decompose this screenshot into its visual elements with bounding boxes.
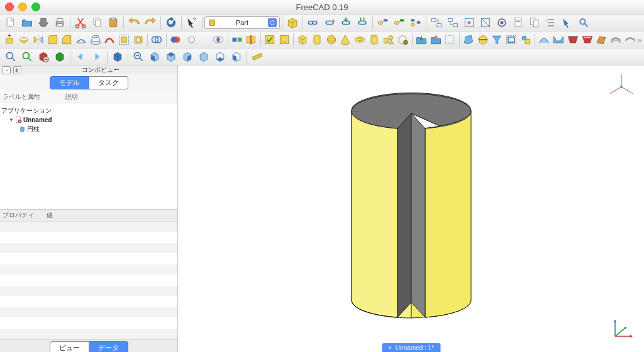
primitive-sphere-button[interactable]: [325, 33, 338, 47]
primitive-cone-button[interactable]: [339, 33, 352, 47]
make-face-button[interactable]: [462, 33, 475, 47]
primitive-cube-button[interactable]: [296, 33, 309, 47]
select-linked-button[interactable]: [375, 16, 391, 30]
navigation-cube[interactable]: [606, 72, 636, 102]
close-icon[interactable]: ×: [388, 344, 392, 351]
boolean-compound-button[interactable]: [150, 33, 164, 47]
check-geometry-button[interactable]: [264, 33, 277, 47]
save-button[interactable]: [36, 16, 51, 30]
zoom-selection-button[interactable]: [19, 50, 35, 64]
surface6-button[interactable]: [609, 33, 623, 47]
offset3d-button[interactable]: [118, 33, 131, 47]
close-window-button[interactable]: [5, 3, 14, 11]
panel-undock-button[interactable]: ◧: [13, 66, 21, 74]
disclosure-icon[interactable]: ▼: [9, 117, 14, 123]
new-document-button[interactable]: [3, 16, 18, 30]
loft-button[interactable]: [89, 33, 102, 47]
cylinder-model[interactable]: [330, 77, 493, 341]
tab-data-props[interactable]: データ: [89, 341, 128, 352]
export-button[interactable]: [429, 33, 442, 47]
tab-tasks[interactable]: タスク: [89, 76, 128, 89]
isometric-view-button[interactable]: [110, 50, 125, 64]
maximize-window-button[interactable]: [31, 3, 40, 11]
attachment-button[interactable]: [519, 33, 532, 47]
boolean-union-button[interactable]: [197, 33, 211, 47]
paste-button[interactable]: [106, 16, 121, 30]
3d-viewport[interactable]: × Unnamed : 1*: [178, 65, 644, 352]
import-button[interactable]: [415, 33, 428, 47]
extrude-button[interactable]: [3, 33, 16, 47]
primitive-torus-button[interactable]: [353, 33, 367, 47]
link-import-all-button[interactable]: [355, 16, 370, 30]
boolean-generic-button[interactable]: [169, 33, 182, 47]
cross-sections-button[interactable]: [476, 33, 489, 47]
tree-document[interactable]: ▼ Unnamed: [1, 116, 176, 124]
document-tab[interactable]: × Unnamed : 1*: [382, 343, 440, 352]
toolbar-overflow-button[interactable]: »: [637, 35, 641, 45]
print-button[interactable]: [52, 16, 67, 30]
tree-item-cylinder[interactable]: 円柱: [1, 124, 176, 134]
link-import-button[interactable]: [338, 16, 353, 30]
zoom-fit-button[interactable]: [3, 50, 18, 64]
view-front-button[interactable]: [147, 50, 162, 64]
shape-builder-button[interactable]: [396, 33, 409, 47]
tree-drag-button[interactable]: [560, 16, 575, 30]
link-actions-button[interactable]: [322, 16, 337, 30]
tree-sync-view-button[interactable]: [429, 16, 444, 30]
surface1-button[interactable]: [538, 33, 551, 47]
view-bottom-button[interactable]: [213, 50, 228, 64]
open-button[interactable]: [19, 16, 35, 30]
select-link-final-button[interactable]: [392, 16, 407, 30]
join-connect-button[interactable]: [230, 33, 243, 47]
whats-this-button[interactable]: ?: [184, 16, 199, 30]
cut-button[interactable]: [73, 16, 88, 30]
tab-model[interactable]: モデル: [50, 76, 89, 89]
model-tree[interactable]: アプリケーション ▼ Unnamed 円柱: [0, 103, 177, 209]
bounding-box-button[interactable]: [52, 50, 67, 64]
revolve-button[interactable]: [18, 33, 31, 47]
tab-view-props[interactable]: ビュー: [50, 341, 89, 352]
make-link-button[interactable]: [306, 16, 321, 30]
nav-back-button[interactable]: [73, 50, 88, 64]
workbench-selector[interactable]: Part: [204, 16, 280, 29]
measure-linear-button[interactable]: [250, 50, 265, 64]
tree-sync-selection-button[interactable]: [445, 16, 460, 30]
refresh-button[interactable]: [164, 16, 179, 30]
tree-preselection-button[interactable]: [478, 16, 493, 30]
surface5-button[interactable]: [595, 33, 608, 47]
surface2-button[interactable]: [552, 33, 565, 47]
view-rear-button[interactable]: [196, 50, 211, 64]
draw-style-button[interactable]: [36, 50, 51, 64]
view-top-button[interactable]: [164, 50, 179, 64]
mirror-button[interactable]: [31, 33, 45, 47]
tree-root[interactable]: アプリケーション: [1, 106, 176, 116]
offset2d-button[interactable]: [505, 33, 518, 47]
chamfer-button[interactable]: [60, 33, 74, 47]
sweep-button[interactable]: [103, 33, 116, 47]
primitives-dialog-button[interactable]: [382, 33, 395, 47]
compound-filter-button[interactable]: [491, 33, 504, 47]
ruled-surface-button[interactable]: [75, 33, 88, 47]
redo-button[interactable]: [143, 16, 158, 30]
tree-sync-placement-button[interactable]: [462, 16, 477, 30]
surface3-button[interactable]: [566, 33, 579, 47]
copy-button[interactable]: [89, 16, 104, 30]
zoom-in-out-button[interactable]: [131, 50, 146, 64]
split-button[interactable]: [245, 33, 258, 47]
nav-forward-button[interactable]: [89, 50, 104, 64]
tree-single-doc-button[interactable]: [511, 16, 526, 30]
part-box-button[interactable]: [285, 16, 300, 30]
view-right-button[interactable]: [180, 50, 195, 64]
surface4-button[interactable]: [580, 33, 594, 47]
tree-multi-doc-button[interactable]: [527, 16, 542, 30]
boolean-intersection-button[interactable]: [212, 33, 225, 47]
box-selection-button[interactable]: [443, 33, 457, 47]
panel-close-button[interactable]: ×: [3, 66, 11, 74]
minimize-window-button[interactable]: [18, 3, 27, 11]
property-table[interactable]: [0, 222, 177, 339]
primitive-cylinder-button[interactable]: [311, 33, 324, 47]
surface7-button[interactable]: [623, 33, 636, 47]
view-left-button[interactable]: [229, 50, 244, 64]
tree-record-selection-button[interactable]: [494, 16, 509, 30]
tree-go-to-selection-button[interactable]: [576, 16, 591, 30]
